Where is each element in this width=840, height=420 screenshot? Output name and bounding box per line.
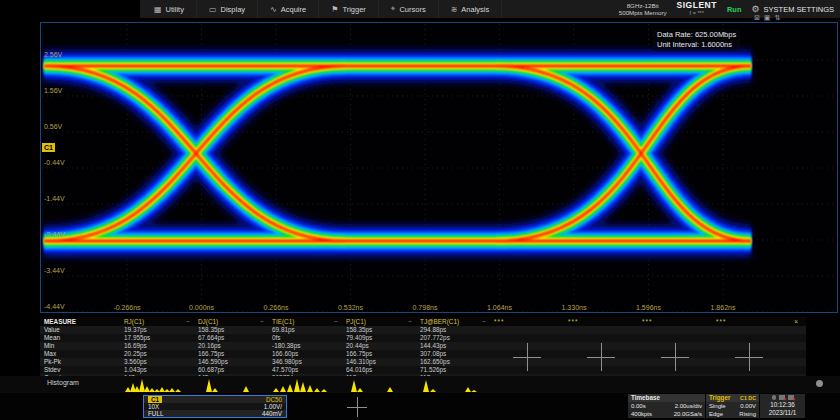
measure-value: 60.687ps	[198, 366, 224, 374]
empty-measure-slot-header: ***	[564, 317, 638, 326]
measure-value: 0fs	[272, 334, 281, 342]
window-control-icons[interactable]: ⊠▣⇅	[754, 14, 784, 22]
measure-value: 20.25ps	[124, 350, 147, 358]
measure-value: 71.526ps	[420, 366, 446, 374]
measure-value: 16.69ps	[124, 342, 147, 350]
clock-box[interactable]: × × 10:12:36 2023/11/1	[760, 394, 805, 418]
display-icon: ▭	[209, 5, 217, 14]
x-axis-label: 1.862ns	[699, 304, 747, 311]
menu-item-label: Cursors	[399, 5, 425, 14]
measure-column-header[interactable]: PJ(C1)−	[342, 317, 416, 326]
run-status[interactable]: Run	[727, 5, 742, 14]
measure-value: 69.81ps	[272, 326, 295, 334]
y-axis-label: -3.44V	[44, 267, 65, 274]
eye-diagram-waveform	[41, 23, 837, 312]
measure-value: 207.772ps	[420, 334, 450, 342]
acquire-icon: ∿	[270, 5, 277, 14]
measure-value: 1.043ps	[124, 366, 147, 374]
y-axis-label: 2.56V	[44, 51, 62, 58]
menu-item-trigger[interactable]: ⚑Trigger	[319, 0, 379, 18]
channel-marker-c1[interactable]: C1	[42, 143, 55, 152]
channel-attenuation: 10X	[148, 403, 159, 410]
measure-row-min: Min16.69ps20.16ps-180.38ps20.44ps144.43p…	[40, 342, 806, 350]
trigger-type: Edge	[709, 410, 723, 418]
siglent-logo: SIGLENT f = ***	[677, 1, 717, 17]
y-axis-label: -2.44V	[44, 231, 65, 238]
channel-offset: 440mV	[262, 410, 282, 417]
add-measurement-button[interactable]	[587, 343, 615, 371]
measure-row-mean: Mean17.955ps67.664ps0fs79.409ps207.772ps	[40, 334, 806, 342]
y-axis-label: 1.56V	[44, 87, 62, 94]
measure-row-stdev: Stdev1.043ps60.687ps47.570ps64.016ps71.5…	[40, 366, 806, 374]
timebase-delay: 0.00s	[631, 402, 646, 410]
x-axis-label: 0.266ns	[252, 304, 300, 311]
empty-measure-slot-header: ***	[490, 317, 564, 326]
y-axis-label: -0.44V	[44, 159, 65, 166]
trigger-box[interactable]: Trigger C1 DC Single 0.00V Edge Rising	[706, 394, 759, 418]
measure-row-max: Max20.25ps166.75ps166.60ps166.75ps307.08…	[40, 350, 806, 358]
measure-value: 166.60ps	[272, 350, 298, 358]
y-axis-label: -1.44V	[44, 195, 65, 202]
remove-measurement-icon[interactable]: −	[482, 317, 490, 326]
menu-item-cursors[interactable]: ⌖Cursors	[379, 0, 439, 18]
bandwidth-label: 8GHz-12Bit	[619, 2, 667, 10]
measure-value: 20.16ps	[198, 342, 221, 350]
eye-diagram-plot[interactable]: 2.56V1.56V0.56V-0.44V-1.44V-2.44V-3.44V-…	[40, 22, 838, 313]
empty-measure-slot-header: ***	[638, 317, 712, 326]
trigger-mode: Single	[709, 402, 726, 410]
measure-column-header[interactable]: TJ@BER(C1)−	[416, 317, 490, 326]
acquisition-info: 8GHz-12Bit 500Mpts Memory	[619, 2, 667, 17]
measure-row-value: Value19.37ps158.35ps69.81ps158.35ps294.8…	[40, 326, 806, 334]
channel-coupling: DC50	[266, 396, 282, 403]
menu-item-display[interactable]: ▭Display	[197, 0, 258, 18]
lan-icon: ×	[779, 395, 785, 400]
measure-value: 294.88ps	[420, 326, 446, 334]
timebase-sample-rate: 20.0GSa/s	[674, 410, 702, 418]
timebase-scale: 2.00us/div	[675, 402, 702, 410]
x-axis-label: 0.532ns	[327, 304, 375, 311]
add-measurement-button[interactable]	[735, 343, 763, 371]
remove-measurement-icon[interactable]: −	[334, 317, 342, 326]
menu-item-analysis[interactable]: ≋Analysis	[439, 0, 503, 18]
add-measurement-button[interactable]	[513, 343, 541, 371]
histogram-handle-dot[interactable]	[816, 380, 823, 387]
measure-value: 64.016ps	[346, 366, 372, 374]
measure-column-header[interactable]: TIE(C1)−	[268, 317, 342, 326]
menu-item-acquire[interactable]: ∿Acquire	[258, 0, 319, 18]
gear-icon: ⚙	[751, 4, 759, 14]
system-settings-button[interactable]: ⚙ SYSTEM SETTINGS	[751, 4, 834, 14]
measure-value: 3.560ps	[124, 358, 147, 366]
x-axis-label: 1.330ns	[550, 304, 598, 311]
timebase-box[interactable]: Timebase 0.00s 2.00us/div 400kpts 20.0GS…	[628, 394, 705, 418]
menu-item-label: Utility	[166, 5, 184, 14]
trigger-slope: Rising	[739, 410, 756, 418]
wifi-icon: ×	[788, 395, 794, 400]
analysis-icon: ≋	[451, 5, 458, 14]
measure-value: 346.980ps	[272, 358, 302, 366]
empty-measure-slot-header: ***	[712, 317, 786, 326]
histogram-spikes	[40, 376, 810, 393]
menu-items: ▦Utility▭Display∿Acquire⚑Trigger⌖Cursors…	[142, 0, 502, 18]
add-channel-button[interactable]	[347, 397, 367, 417]
utility-icon: ▦	[154, 5, 162, 14]
remove-measurement-icon[interactable]: −	[408, 317, 416, 326]
usb-icon	[772, 395, 776, 400]
measure-value: 20.44ps	[346, 342, 369, 350]
close-measure-table-icon[interactable]: ×	[786, 317, 806, 326]
add-measurement-button[interactable]	[661, 343, 689, 371]
oscilloscope-screen: ▦Utility▭Display∿Acquire⚑Trigger⌖Cursors…	[0, 0, 840, 420]
remove-measurement-icon[interactable]: −	[186, 317, 194, 326]
trigger-level: 0.00V	[740, 402, 756, 410]
measure-column-header[interactable]: DJ(C1)−	[194, 317, 268, 326]
channel-bandwidth: FULL	[148, 410, 163, 417]
measure-value: 146.590ps	[198, 358, 228, 366]
trigger-title: Trigger	[709, 394, 730, 402]
clock-time: 10:12:36	[760, 401, 805, 409]
menu-item-utility[interactable]: ▦Utility	[142, 0, 197, 18]
measure-value: 47.570ps	[272, 366, 298, 374]
clock-date: 2023/11/1	[760, 409, 805, 417]
channel-c1-box[interactable]: C1 DC50 10X 1.00V/ FULL 440mV	[143, 395, 287, 418]
top-menu-bar: ▦Utility▭Display∿Acquire⚑Trigger⌖Cursors…	[0, 0, 840, 18]
remove-measurement-icon[interactable]: −	[260, 317, 268, 326]
measure-column-header[interactable]: RJ(C1)−	[120, 317, 194, 326]
